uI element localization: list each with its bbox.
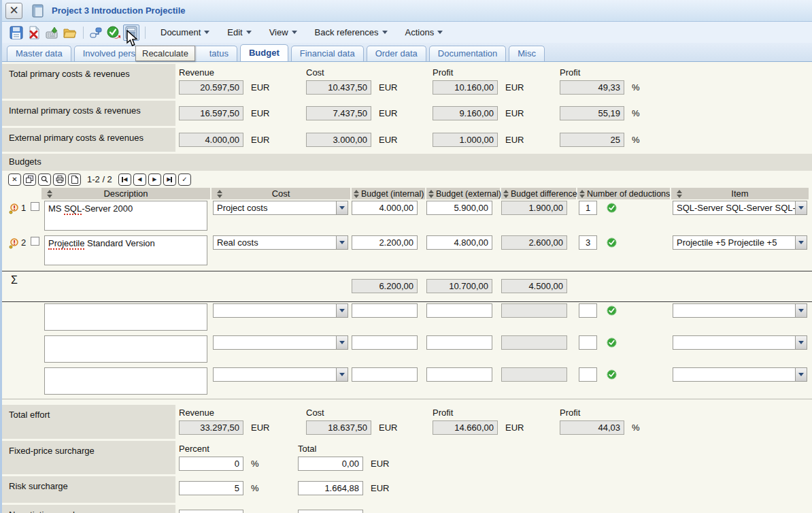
item-select[interactable] — [673, 303, 807, 318]
cost-type-select[interactable]: Real costs — [213, 235, 348, 250]
budget-external-input[interactable]: 5.900,00 — [426, 201, 492, 215]
chevron-down-icon[interactable] — [336, 336, 348, 349]
menu-view[interactable]: View — [269, 27, 297, 37]
budget-external-input[interactable] — [426, 367, 492, 382]
print-button[interactable] — [53, 173, 66, 186]
prev-page-button[interactable]: ◀ — [133, 173, 146, 186]
budget-internal-input[interactable] — [352, 335, 418, 350]
chevron-down-icon[interactable] — [795, 368, 807, 381]
menu-document[interactable]: Document — [160, 27, 209, 37]
sort-icon[interactable] — [47, 190, 52, 198]
header-budget-internal[interactable]: Budget (internal) — [352, 188, 425, 199]
record-key-icon[interactable] — [9, 203, 18, 214]
chevron-down-icon[interactable] — [795, 336, 807, 349]
description-input[interactable] — [44, 335, 207, 363]
deduction-ok-icon[interactable] — [607, 305, 617, 316]
sort-icon[interactable] — [503, 190, 509, 198]
copy-row-button[interactable] — [23, 173, 36, 186]
sort-icon[interactable] — [354, 190, 359, 198]
link-icon[interactable] — [88, 24, 104, 41]
item-select[interactable] — [673, 367, 807, 382]
budget-internal-input[interactable] — [352, 367, 418, 382]
menu-back-references[interactable]: Back references — [315, 27, 388, 37]
description-input[interactable] — [44, 303, 207, 331]
cost-type-select[interactable] — [213, 367, 348, 382]
chevron-down-icon[interactable] — [795, 236, 807, 249]
negotiation-percent-input[interactable]: 5 — [179, 510, 243, 513]
delete-document-icon[interactable] — [26, 24, 42, 41]
deductions-input[interactable]: 1 — [579, 201, 597, 215]
chevron-down-icon[interactable] — [795, 304, 807, 317]
chevron-down-icon[interactable] — [336, 368, 348, 381]
new-entry-icon[interactable] — [44, 24, 60, 41]
delete-row-button[interactable]: ✕ — [8, 173, 21, 186]
deduction-ok-icon[interactable] — [607, 369, 617, 380]
description-input[interactable] — [44, 367, 207, 395]
new-row-button[interactable] — [68, 173, 81, 186]
budget-internal-input[interactable]: 4.000,00 — [352, 201, 418, 215]
save-icon[interactable] — [8, 24, 24, 41]
deductions-input[interactable] — [579, 335, 597, 350]
select-all-button[interactable]: ✓ — [178, 173, 191, 186]
chevron-down-icon[interactable] — [795, 201, 807, 214]
cost-type-select[interactable]: Project costs — [213, 201, 348, 215]
item-select[interactable]: Projectile +5 Projectile +5 — [673, 235, 807, 250]
deductions-input[interactable]: 3 — [579, 235, 597, 250]
row-checkbox[interactable] — [31, 202, 39, 211]
header-budget-external[interactable]: Budget (external) — [426, 188, 500, 199]
fixed-price-percent-input[interactable]: 0 — [179, 457, 243, 471]
header-item[interactable]: Item — [671, 188, 809, 199]
budget-external-input[interactable] — [426, 335, 492, 350]
next-page-button[interactable]: ▶ — [148, 173, 161, 186]
tab-financial-data[interactable]: Financial data — [291, 46, 364, 61]
tab-misc[interactable]: Misc — [509, 46, 545, 61]
header-description[interactable]: Description — [41, 188, 210, 199]
sort-icon[interactable] — [677, 190, 682, 198]
cost-type-select[interactable] — [213, 303, 348, 318]
confirm-refresh-icon[interactable] — [105, 24, 122, 41]
cost-type-select[interactable] — [213, 335, 348, 350]
description-input[interactable]: MS SQL-Server 2000 — [44, 201, 207, 231]
budget-internal-input[interactable] — [352, 303, 418, 318]
header-cost[interactable]: Cost — [212, 188, 350, 199]
deductions-input[interactable] — [579, 303, 597, 318]
main-toolbar: Document Edit View Back references Actio… — [2, 22, 812, 43]
budget-internal-input[interactable]: 2.200,00 — [352, 235, 418, 250]
tab-budget[interactable]: Budget — [240, 44, 288, 61]
budget-external-input[interactable]: 4.800,00 — [426, 235, 492, 250]
menu-edit[interactable]: Edit — [227, 27, 251, 37]
tab-master-data[interactable]: Master data — [7, 46, 71, 61]
risk-total-input[interactable]: 1.664,88 — [298, 481, 363, 495]
sort-icon[interactable] — [579, 190, 585, 198]
deduction-ok-icon[interactable] — [607, 237, 617, 248]
search-button[interactable] — [38, 173, 51, 186]
row-checkbox[interactable] — [31, 237, 39, 246]
budget-external-input[interactable] — [426, 303, 492, 318]
chevron-down-icon[interactable] — [336, 236, 348, 249]
item-select[interactable] — [673, 335, 807, 350]
tab-order-data[interactable]: Order data — [367, 46, 426, 61]
header-budget-difference[interactable]: Budget difference — [501, 188, 576, 199]
menu-actions[interactable]: Actions — [405, 27, 443, 37]
budget-difference-field: 2.600,00 — [501, 235, 567, 250]
deduction-ok-icon[interactable] — [607, 337, 617, 348]
chevron-down-icon[interactable] — [336, 201, 348, 214]
tab-documentation[interactable]: Documentation — [429, 46, 506, 61]
first-page-button[interactable]: ◀ — [118, 173, 131, 186]
description-input[interactable]: Projectile Standard Version — [44, 235, 207, 265]
column-label-percent: Percent — [179, 444, 209, 454]
fixed-price-total-input[interactable]: 0,00 — [298, 457, 363, 471]
deductions-input[interactable] — [579, 367, 597, 382]
sort-icon[interactable] — [428, 190, 434, 198]
item-select[interactable]: SQL-Server SQL-Server SQL-S — [673, 201, 807, 215]
record-key-icon[interactable] — [9, 238, 18, 249]
deduction-ok-icon[interactable] — [607, 203, 617, 213]
chevron-down-icon[interactable] — [336, 304, 348, 317]
negotiation-total-input[interactable]: 1.664,88 — [298, 510, 363, 513]
last-page-button[interactable]: ▶ — [163, 173, 176, 186]
close-icon[interactable]: ✕ — [5, 3, 22, 19]
header-deductions[interactable]: Number of deductions — [577, 188, 670, 199]
open-folder-icon[interactable] — [61, 24, 78, 41]
sort-icon[interactable] — [217, 190, 222, 198]
risk-percent-input[interactable]: 5 — [179, 481, 243, 495]
